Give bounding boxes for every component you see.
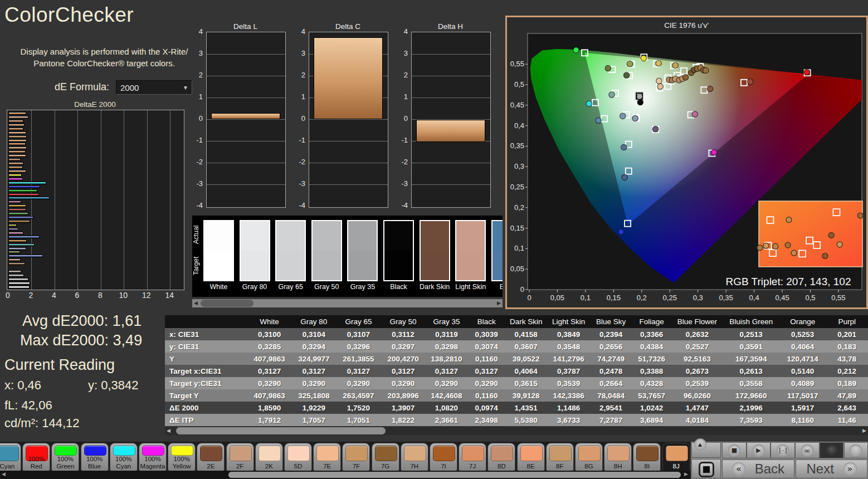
de-bar [8,182,46,184]
patch-color-chip [113,446,135,456]
patch-tile-8h[interactable]: 8H [604,443,632,471]
table-cell: 0,4064 [505,365,547,377]
table-cell: 120,4714 [779,353,826,365]
deltae-bar-chart [7,110,184,290]
patch-tile-5d[interactable]: 5D [284,443,312,471]
target-color [348,251,377,280]
patch-tile-100-green[interactable]: 100%Green [51,443,79,471]
patch-tile-2f[interactable]: 2F [226,443,254,471]
table-cell: 138,2810 [425,353,467,365]
patch-tile-100-magenta[interactable]: 100%Magenta [139,443,167,471]
patch-tile-label: 8J [663,463,690,470]
measured-point [622,174,627,180]
patch-tile-100-blue[interactable]: 100%Blue [81,443,109,471]
stop-button[interactable]: ■ [722,442,747,458]
patch-tile-cyan[interactable]: Cyan [0,443,21,471]
de-bar [8,131,26,134]
patch-tile-8g[interactable]: 8G [575,443,603,471]
y-tick-label: 4 [287,27,305,36]
y-tick-label: 0 [185,114,203,123]
scroll-right-icon[interactable]: ▶ [682,471,690,479]
toolbar-scrollbar[interactable]: ◀ ▶ [0,471,691,479]
row-label: ΔE 2000 [165,402,247,414]
y-tick-label: 0,35 [510,141,524,150]
scrollbar-thumb[interactable] [201,300,253,307]
patch-tile-7j[interactable]: 7J [459,443,486,471]
scroll-left-icon[interactable]: ◀ [0,471,7,479]
patch-color-chip [316,446,339,461]
table-cell: 142,4608 [425,389,467,402]
scrollbar-thumb[interactable] [176,427,386,434]
target-color [492,251,503,280]
patch-tile-8f[interactable]: 8F [546,443,574,471]
loop-infinite-button[interactable]: ∞ [795,442,820,458]
patch-tile-8d[interactable]: 8D [487,443,515,471]
patch-color-chip [607,446,630,461]
scroll-left-icon[interactable]: ◀ [165,427,172,435]
scroll-left-icon[interactable]: ◀ [192,299,199,307]
patch-tile-8i[interactable]: 8I [633,443,661,471]
de-formula-dropdown[interactable]: 2000 ▼ [116,80,192,95]
y-tick-label: -3 [390,179,408,188]
swatch-strip-scrollbar[interactable]: ◀ ▶ [192,299,503,307]
scroll-right-icon[interactable]: ▶ [495,299,503,307]
scroll-up-button[interactable]: ▲ [691,442,721,458]
step-frame-button[interactable]: [··] [771,442,795,458]
patch-tile-7g[interactable]: 7G [372,443,399,471]
refresh-button[interactable]: ↻ [820,442,844,458]
inset-measured-point [837,242,842,247]
patch-tile-7h[interactable]: 7H [401,443,428,471]
table-cell: 1,7057 [291,414,336,426]
table-cell: 0,183 [826,340,868,353]
inset-measured-point [786,217,792,223]
measured-point [620,113,626,119]
patch-tile-100-cyan[interactable]: 100%Cyan [110,443,138,471]
patch-tile-100red[interactable]: 100% Red [22,443,50,471]
table-cell: 0,1160 [468,353,505,365]
measurement-table-grid: WhiteGray 80Gray 65Gray 50Gray 35BlackDa… [165,315,868,426]
patch-tile-2e[interactable]: 2E [197,443,225,471]
patch-tile-100-yellow[interactable]: 100%Yellow [168,443,196,471]
gridline [412,76,490,76]
patch-tile-8j[interactable]: 8J [662,443,690,471]
table-cell: 1,3907 [381,402,426,414]
table-cell: 0,3127 [425,365,467,377]
de-bar [8,124,25,126]
table-cell: 324,9977 [291,353,336,365]
page-title: ColorChecker [4,3,134,27]
patch-tile-8e[interactable]: 8E [517,443,545,471]
pattern-window-button[interactable] [691,459,721,478]
de-bar [8,146,27,149]
table-cell: 0,2664 [591,377,632,389]
delta-chart-title: Delta H [411,22,490,31]
inset-measured-point [773,243,778,249]
gridline [207,119,285,120]
patch-tile-7i[interactable]: 7I [430,443,457,471]
column-header: Bluish Green [723,315,779,328]
stop-icon: ■ [728,444,740,457]
y-tick-label: 0 [520,285,524,294]
next-button[interactable]: Next » [796,460,867,478]
de-bar [8,216,33,219]
patch-tile-2k[interactable]: 2K [255,443,283,471]
gridline [309,163,388,163]
table-cell: 3,6733 [547,414,590,426]
patch-tile-7e[interactable]: 7E [313,443,341,471]
table-cell: 2,1996 [723,402,779,414]
scroll-right-icon[interactable]: ▶ [861,427,868,435]
gridline [124,110,124,290]
table-cell: 2,3661 [425,414,467,426]
gridline [55,110,55,290]
avg-de2000-value: Avg dE2000: 1,61 [22,312,142,330]
x-tick-label: 0,5 [805,294,815,302]
play-button[interactable]: ▶ [747,442,771,458]
table-cell: 0,3366 [632,328,672,340]
table-scrollbar[interactable]: ◀ ▶ [165,427,868,435]
record-button[interactable] [844,442,868,458]
y-tick-label: 2 [185,71,203,79]
scrollbar-thumb[interactable] [228,472,681,478]
de-bar [8,150,26,153]
back-button[interactable]: « Back [722,460,794,478]
de-bar [8,251,20,253]
patch-tile-7f[interactable]: 7F [342,443,370,471]
